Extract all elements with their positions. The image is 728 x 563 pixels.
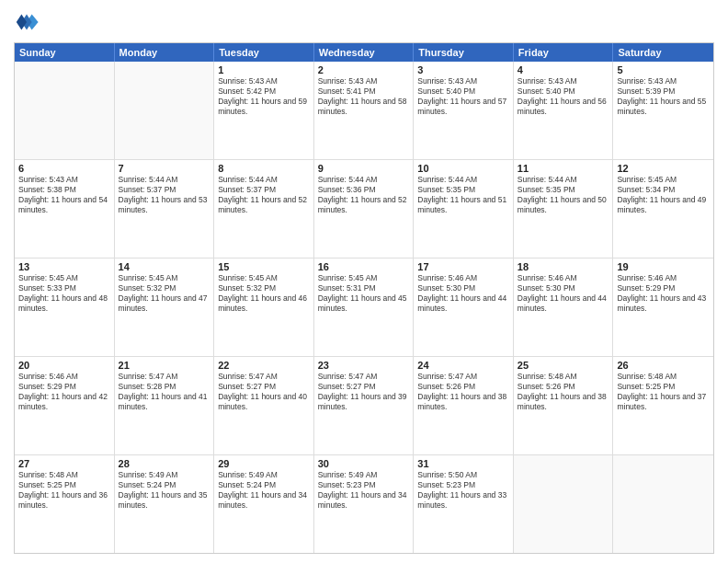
day-info: Sunrise: 5:45 AM Sunset: 5:32 PM Dayligh…: [119, 273, 210, 314]
day-info: Sunrise: 5:45 AM Sunset: 5:31 PM Dayligh…: [318, 273, 410, 314]
day-info: Sunrise: 5:45 AM Sunset: 5:34 PM Dayligh…: [617, 175, 710, 215]
day-cell-10: 10Sunrise: 5:44 AM Sunset: 5:35 PM Dayli…: [414, 160, 514, 258]
day-number: 13: [18, 261, 110, 272]
day-cell-17: 17Sunrise: 5:46 AM Sunset: 5:30 PM Dayli…: [414, 259, 514, 356]
day-cell-27: 27Sunrise: 5:48 AM Sunset: 5:25 PM Dayli…: [15, 455, 115, 553]
day-info: Sunrise: 5:46 AM Sunset: 5:29 PM Dayligh…: [617, 273, 710, 314]
day-cell-2: 2Sunrise: 5:43 AM Sunset: 5:41 PM Daylig…: [314, 62, 415, 159]
day-number: 20: [18, 360, 110, 371]
calendar: SundayMondayTuesdayWednesdayThursdayFrid…: [14, 42, 714, 554]
day-number: 18: [518, 261, 609, 272]
day-cell-26: 26Sunrise: 5:48 AM Sunset: 5:25 PM Dayli…: [613, 357, 713, 454]
page: SundayMondayTuesdayWednesdayThursdayFrid…: [0, 0, 728, 563]
day-number: 29: [218, 458, 310, 469]
calendar-week-3: 13Sunrise: 5:45 AM Sunset: 5:33 PM Dayli…: [15, 258, 713, 356]
day-cell-31: 31Sunrise: 5:50 AM Sunset: 5:23 PM Dayli…: [414, 455, 514, 553]
day-info: Sunrise: 5:46 AM Sunset: 5:29 PM Dayligh…: [18, 372, 110, 412]
empty-cell: [613, 455, 713, 553]
day-number: 30: [318, 458, 410, 469]
day-info: Sunrise: 5:48 AM Sunset: 5:25 PM Dayligh…: [18, 470, 110, 511]
day-info: Sunrise: 5:47 AM Sunset: 5:27 PM Dayligh…: [218, 372, 310, 412]
day-info: Sunrise: 5:46 AM Sunset: 5:30 PM Dayligh…: [417, 273, 509, 314]
day-header-thursday: Thursday: [414, 43, 514, 62]
day-header-tuesday: Tuesday: [214, 43, 314, 62]
day-cell-5: 5Sunrise: 5:43 AM Sunset: 5:39 PM Daylig…: [613, 62, 713, 159]
day-number: 11: [518, 163, 609, 174]
day-number: 7: [119, 163, 210, 174]
day-number: 14: [119, 261, 210, 272]
day-info: Sunrise: 5:44 AM Sunset: 5:35 PM Dayligh…: [518, 175, 609, 215]
day-info: Sunrise: 5:43 AM Sunset: 5:39 PM Dayligh…: [617, 76, 710, 117]
day-number: 15: [218, 261, 310, 272]
day-info: Sunrise: 5:44 AM Sunset: 5:37 PM Dayligh…: [119, 175, 210, 215]
day-cell-30: 30Sunrise: 5:49 AM Sunset: 5:23 PM Dayli…: [314, 455, 415, 553]
day-number: 10: [417, 163, 509, 174]
day-info: Sunrise: 5:45 AM Sunset: 5:33 PM Dayligh…: [18, 273, 110, 314]
day-info: Sunrise: 5:44 AM Sunset: 5:35 PM Dayligh…: [417, 175, 509, 215]
day-number: 27: [18, 458, 110, 469]
day-number: 1: [218, 64, 310, 75]
calendar-week-2: 6Sunrise: 5:43 AM Sunset: 5:38 PM Daylig…: [15, 159, 713, 258]
day-header-saturday: Saturday: [613, 43, 713, 62]
day-cell-11: 11Sunrise: 5:44 AM Sunset: 5:35 PM Dayli…: [514, 160, 614, 258]
day-number: 22: [218, 360, 310, 371]
empty-cell: [115, 62, 215, 159]
day-cell-15: 15Sunrise: 5:45 AM Sunset: 5:32 PM Dayli…: [214, 259, 314, 356]
day-info: Sunrise: 5:43 AM Sunset: 5:38 PM Dayligh…: [18, 175, 110, 215]
day-header-friday: Friday: [514, 43, 614, 62]
day-header-monday: Monday: [115, 43, 215, 62]
day-number: 26: [617, 360, 710, 371]
day-info: Sunrise: 5:43 AM Sunset: 5:42 PM Dayligh…: [218, 76, 310, 117]
calendar-body: 1Sunrise: 5:43 AM Sunset: 5:42 PM Daylig…: [15, 62, 713, 553]
day-cell-8: 8Sunrise: 5:44 AM Sunset: 5:37 PM Daylig…: [214, 160, 314, 258]
calendar-week-4: 20Sunrise: 5:46 AM Sunset: 5:29 PM Dayli…: [15, 356, 713, 454]
day-cell-7: 7Sunrise: 5:44 AM Sunset: 5:37 PM Daylig…: [115, 160, 215, 258]
day-number: 21: [119, 360, 210, 371]
day-cell-6: 6Sunrise: 5:43 AM Sunset: 5:38 PM Daylig…: [15, 160, 115, 258]
day-header-sunday: Sunday: [15, 43, 115, 62]
day-info: Sunrise: 5:43 AM Sunset: 5:41 PM Dayligh…: [318, 76, 410, 117]
day-info: Sunrise: 5:47 AM Sunset: 5:28 PM Dayligh…: [119, 372, 210, 412]
day-cell-14: 14Sunrise: 5:45 AM Sunset: 5:32 PM Dayli…: [115, 259, 215, 356]
empty-cell: [514, 455, 614, 553]
day-info: Sunrise: 5:50 AM Sunset: 5:23 PM Dayligh…: [417, 470, 509, 511]
day-info: Sunrise: 5:47 AM Sunset: 5:27 PM Dayligh…: [318, 372, 410, 412]
logo-icon: [14, 9, 40, 35]
day-number: 25: [518, 360, 609, 371]
calendar-header: SundayMondayTuesdayWednesdayThursdayFrid…: [15, 43, 713, 62]
day-info: Sunrise: 5:46 AM Sunset: 5:30 PM Dayligh…: [518, 273, 609, 314]
day-cell-9: 9Sunrise: 5:44 AM Sunset: 5:36 PM Daylig…: [314, 160, 415, 258]
day-number: 8: [218, 163, 310, 174]
day-number: 3: [417, 64, 509, 75]
day-cell-20: 20Sunrise: 5:46 AM Sunset: 5:29 PM Dayli…: [15, 357, 115, 454]
day-number: 6: [18, 163, 110, 174]
day-info: Sunrise: 5:49 AM Sunset: 5:24 PM Dayligh…: [119, 470, 210, 511]
day-cell-3: 3Sunrise: 5:43 AM Sunset: 5:40 PM Daylig…: [414, 62, 514, 159]
day-number: 9: [318, 163, 410, 174]
day-info: Sunrise: 5:49 AM Sunset: 5:23 PM Dayligh…: [318, 470, 410, 511]
logo: [14, 9, 43, 35]
day-number: 31: [417, 458, 509, 469]
calendar-week-5: 27Sunrise: 5:48 AM Sunset: 5:25 PM Dayli…: [15, 454, 713, 553]
day-number: 16: [318, 261, 410, 272]
day-cell-18: 18Sunrise: 5:46 AM Sunset: 5:30 PM Dayli…: [514, 259, 614, 356]
day-info: Sunrise: 5:44 AM Sunset: 5:37 PM Dayligh…: [218, 175, 310, 215]
day-cell-24: 24Sunrise: 5:47 AM Sunset: 5:26 PM Dayli…: [414, 357, 514, 454]
day-number: 19: [617, 261, 710, 272]
day-number: 5: [617, 64, 710, 75]
day-info: Sunrise: 5:43 AM Sunset: 5:40 PM Dayligh…: [417, 76, 509, 117]
calendar-week-1: 1Sunrise: 5:43 AM Sunset: 5:42 PM Daylig…: [15, 62, 713, 159]
day-info: Sunrise: 5:47 AM Sunset: 5:26 PM Dayligh…: [417, 372, 509, 412]
day-cell-29: 29Sunrise: 5:49 AM Sunset: 5:24 PM Dayli…: [214, 455, 314, 553]
day-cell-4: 4Sunrise: 5:43 AM Sunset: 5:40 PM Daylig…: [514, 62, 614, 159]
day-header-wednesday: Wednesday: [314, 43, 415, 62]
day-info: Sunrise: 5:48 AM Sunset: 5:25 PM Dayligh…: [617, 372, 710, 412]
day-cell-16: 16Sunrise: 5:45 AM Sunset: 5:31 PM Dayli…: [314, 259, 415, 356]
day-cell-28: 28Sunrise: 5:49 AM Sunset: 5:24 PM Dayli…: [115, 455, 215, 553]
day-number: 17: [417, 261, 509, 272]
day-cell-13: 13Sunrise: 5:45 AM Sunset: 5:33 PM Dayli…: [15, 259, 115, 356]
day-info: Sunrise: 5:45 AM Sunset: 5:32 PM Dayligh…: [218, 273, 310, 314]
day-cell-12: 12Sunrise: 5:45 AM Sunset: 5:34 PM Dayli…: [613, 160, 713, 258]
day-number: 2: [318, 64, 410, 75]
header: [14, 9, 714, 35]
